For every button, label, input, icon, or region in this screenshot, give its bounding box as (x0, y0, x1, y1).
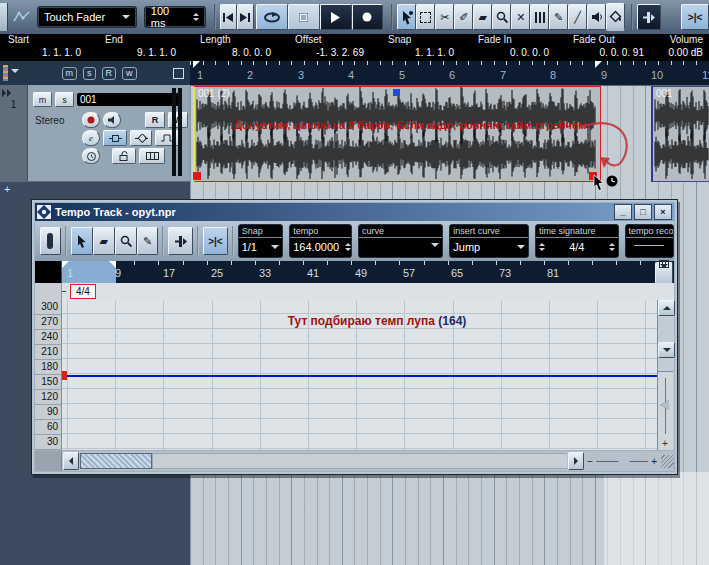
project-ruler[interactable]: 1 2 3 4 5 6 7 8 9 10 11 (190, 61, 709, 86)
time-signature-event[interactable]: 4/4 (70, 284, 96, 299)
activate-tempo-track-button[interactable] (40, 227, 61, 255)
spinner-arrows-icon[interactable] (609, 243, 615, 251)
tempo-record-panel[interactable]: tempo reco (625, 224, 674, 258)
minimize-button[interactable]: _ (614, 204, 632, 220)
scroll-up-button[interactable] (658, 300, 675, 316)
snap-button[interactable]: >|< (681, 4, 709, 30)
automation-mode-dropdown[interactable]: Touch Fader (37, 6, 137, 28)
scroll-left-button[interactable] (63, 452, 79, 470)
cycle-button[interactable] (256, 4, 288, 30)
tool-mute[interactable]: ✕ (511, 4, 530, 30)
track-solo-button[interactable]: s (55, 92, 74, 107)
track-1[interactable]: 1 m s 001 Stereo R W e (0, 85, 190, 182)
tool-time-warp[interactable] (530, 4, 549, 30)
tool-glue[interactable]: ✐ (454, 4, 473, 30)
tool-split[interactable]: ✂ (435, 4, 454, 30)
track-timebase-button[interactable] (82, 148, 100, 164)
info-fade-in[interactable]: Fade In0. 0. 0. 0 (470, 34, 565, 61)
tempo-autoscroll-button[interactable] (168, 227, 193, 255)
horizontal-zoom-slider[interactable]: − + (587, 456, 657, 467)
track-name-field[interactable]: 001 (77, 93, 181, 106)
track-record-enable-button[interactable] (82, 112, 100, 128)
track-inserts-state-button[interactable] (103, 130, 127, 146)
tempo-curve-display[interactable]: Тут подбираю темп лупа (164) (62, 300, 657, 450)
right-locator-icon[interactable] (595, 61, 602, 68)
automation-time-spinner[interactable]: 100 ms (144, 6, 206, 28)
goto-next-button[interactable] (237, 4, 254, 30)
tool-zoom[interactable] (492, 4, 511, 30)
audio-event-001-2[interactable]: 001 (2) (193, 86, 601, 182)
tempo-window-titlebar[interactable]: Tempo Track - opyt.npr _ □ × (35, 203, 674, 221)
info-length[interactable]: Length8. 0. 0. 0 (192, 34, 287, 61)
tempo-ruler[interactable]: 1 9 17 25 33 41 49 57 65 73 81 (35, 261, 674, 283)
window-resize-grip[interactable] (661, 455, 674, 468)
record-button[interactable] (352, 4, 384, 30)
info-volume[interactable]: Volume0.00 dB (640, 34, 705, 61)
track-lock-button[interactable] (112, 148, 136, 164)
zoom-thumb[interactable] (660, 400, 669, 410)
track-edit-channel-button[interactable]: e (82, 130, 100, 146)
track-read-button[interactable]: R (145, 112, 165, 128)
tempo-event-point[interactable] (62, 371, 67, 380)
info-snap[interactable]: Snap1. 1. 1. 0 (380, 34, 470, 61)
global-solo-button[interactable]: s (83, 67, 96, 80)
snap-point-marker[interactable] (393, 89, 400, 96)
autoscroll-button[interactable] (637, 4, 661, 30)
goto-previous-button[interactable] (220, 4, 237, 30)
tool-range-selection[interactable] (416, 4, 435, 30)
play-button[interactable] (320, 4, 352, 30)
scrollbar-track[interactable] (152, 453, 567, 469)
scrollbar-thumb[interactable] (80, 453, 152, 469)
track-monitor-button[interactable] (103, 112, 121, 128)
insert-curve-panel[interactable]: insert curve Jump (449, 224, 529, 258)
time-signature-lane[interactable]: 4/4 (35, 283, 674, 301)
tempo-curve-line[interactable] (62, 375, 657, 377)
vertical-zoom-slider[interactable]: + (658, 371, 673, 450)
tool-erase[interactable]: ▰ (473, 4, 492, 30)
global-write-button[interactable]: w (122, 67, 137, 80)
tempo-tool-draw[interactable]: ✎ (137, 227, 159, 255)
track-mute-button[interactable]: m (33, 92, 52, 107)
zoom-thumb[interactable] (618, 453, 630, 462)
close-button[interactable]: × (654, 204, 672, 220)
info-end[interactable]: End9. 1. 1. 0 (97, 34, 192, 61)
audio-event-001[interactable]: 001 (651, 86, 709, 182)
track-sends-state-button[interactable] (130, 130, 152, 146)
curve-panel[interactable]: curve (358, 224, 443, 258)
stop-button[interactable] (288, 4, 320, 30)
add-track-button[interactable]: + (4, 183, 10, 195)
chevron-down-icon[interactable] (11, 69, 19, 77)
tempo-tool-arrow[interactable] (71, 227, 93, 255)
tempo-value-panel[interactable]: tempo 164.0000 (289, 224, 352, 258)
time-signature-panel[interactable]: time signature 4/4 (535, 224, 619, 258)
scroll-right-button[interactable] (568, 452, 584, 470)
maximize-button[interactable]: □ (634, 204, 652, 220)
toolbar-partial-button[interactable] (0, 3, 8, 31)
info-start[interactable]: Start1. 1. 1. 0 (0, 34, 97, 61)
tool-play-audition[interactable] (587, 4, 606, 30)
vertical-scrollbar[interactable]: + (657, 300, 674, 450)
spinner-arrows-icon[interactable] (345, 243, 351, 251)
tempo-tool-zoom[interactable] (115, 227, 137, 255)
tool-draw[interactable]: ✎ (549, 4, 568, 30)
tool-object-selection[interactable] (397, 4, 416, 30)
event-resize-handle-left[interactable] (193, 172, 201, 180)
info-offset[interactable]: Offset-1. 3. 2. 69 (287, 34, 380, 61)
track-handle[interactable]: 1 (0, 85, 28, 181)
track-colors-icon[interactable] (3, 65, 8, 81)
track-controls-layout-icon[interactable] (173, 68, 184, 79)
tempo-snap-button[interactable]: >|< (203, 227, 228, 255)
snap-value-panel[interactable]: Snap 1/1 (238, 224, 284, 258)
left-locator-icon[interactable] (193, 61, 200, 68)
global-read-button[interactable]: R (102, 67, 117, 80)
spinner-arrows-icon[interactable] (193, 13, 199, 21)
tool-line[interactable]: ╱ (568, 4, 587, 30)
ruler-options-button[interactable] (655, 262, 673, 284)
tempo-tool-erase[interactable]: ▰ (93, 227, 115, 255)
global-mute-button[interactable]: m (62, 67, 78, 80)
pencil-icon: ✎ (143, 236, 152, 247)
horizontal-scrollbar[interactable]: − + (35, 451, 674, 471)
track-lanes-button[interactable] (139, 148, 165, 164)
tool-color[interactable] (606, 3, 625, 31)
scroll-down-button[interactable] (658, 342, 675, 358)
